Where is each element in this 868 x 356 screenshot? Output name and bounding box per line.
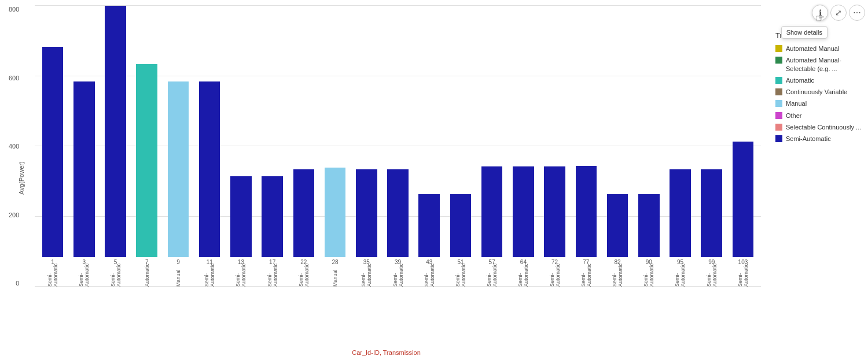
legend-item-label: Continuously Variable bbox=[786, 88, 847, 96]
legend-color-swatch bbox=[775, 112, 782, 119]
bar[interactable] bbox=[450, 194, 472, 257]
x-label-group: 3Semi-Automatic bbox=[78, 259, 90, 287]
bar-group[interactable]: 43Semi-Automatic bbox=[414, 6, 444, 287]
x-label-group: 17Semi-Automatic bbox=[267, 259, 278, 287]
x-label-type: Automatic bbox=[144, 266, 150, 287]
legend-item[interactable]: Continuously Variable bbox=[775, 88, 862, 96]
more-icon: ⋯ bbox=[853, 8, 861, 17]
bar[interactable] bbox=[136, 64, 157, 257]
x-label-group: 13Semi-Automatic bbox=[235, 259, 247, 287]
legend-item-label: Automatic bbox=[786, 76, 814, 84]
x-label-group: 7Automatic bbox=[144, 259, 150, 287]
x-label-group: 72Semi-Automatic bbox=[549, 259, 561, 287]
bar-group[interactable]: 13Semi-Automatic bbox=[226, 6, 256, 287]
x-label-type: Manual bbox=[175, 266, 181, 287]
bar[interactable] bbox=[576, 166, 597, 257]
x-label-id: 9 bbox=[176, 259, 180, 265]
legend-item[interactable]: Automatic bbox=[775, 76, 862, 84]
toolbar-icons: ℹ ☞ Show details ⤢ ⋯ bbox=[812, 5, 865, 21]
bar[interactable] bbox=[607, 194, 628, 257]
bar[interactable] bbox=[418, 194, 440, 257]
legend-item[interactable]: Manual bbox=[775, 99, 862, 107]
legend-item-label: Semi-Automatic bbox=[786, 135, 831, 143]
bar-group[interactable]: 64Semi-Automatic bbox=[508, 6, 538, 287]
bar[interactable] bbox=[638, 194, 660, 257]
x-label-type: Semi-Automatic bbox=[549, 266, 561, 287]
y-label: 600 bbox=[9, 75, 19, 81]
bar[interactable] bbox=[544, 166, 565, 257]
x-label-group: 103Semi-Automatic bbox=[737, 259, 749, 287]
bar-group[interactable]: 72Semi-Automatic bbox=[540, 6, 570, 287]
x-label-id: 28 bbox=[332, 259, 339, 265]
x-label-group: 39Semi-Automatic bbox=[392, 259, 404, 287]
bar[interactable] bbox=[325, 168, 346, 257]
bar[interactable] bbox=[230, 176, 252, 257]
legend-item-label: Automated Manual bbox=[786, 44, 839, 53]
bar-group[interactable]: 51Semi-Automatic bbox=[446, 6, 476, 287]
legend-item[interactable]: Automated Manual bbox=[775, 44, 862, 53]
bar-group[interactable]: 3Semi-Automatic bbox=[69, 6, 99, 287]
info-button[interactable]: ℹ ☞ Show details bbox=[812, 5, 828, 21]
bar-group[interactable]: 22Semi-Automatic bbox=[289, 6, 319, 287]
y-label: 800 bbox=[9, 6, 19, 13]
bar[interactable] bbox=[168, 81, 189, 257]
x-label-group: 22Semi-Automatic bbox=[298, 259, 310, 287]
bar[interactable] bbox=[356, 169, 377, 257]
bar[interactable] bbox=[73, 81, 95, 257]
bar-group[interactable]: 77Semi-Automatic bbox=[571, 6, 601, 287]
x-label-type: Semi-Automatic bbox=[580, 266, 592, 287]
bar-group[interactable]: 35Semi-Automatic bbox=[351, 6, 381, 287]
legend-item[interactable]: Automated Manual-Selectable (e.g. ... bbox=[775, 56, 862, 73]
x-label-group: 1Semi-Automatic bbox=[47, 259, 58, 287]
legend-item-label: Manual bbox=[786, 99, 807, 107]
chart-area: Avg(Power) 0200400600800 1Semi-Automatic… bbox=[0, 0, 773, 356]
bar-group[interactable]: 11Semi-Automatic bbox=[194, 6, 225, 287]
legend-item[interactable]: Other bbox=[775, 112, 862, 120]
bar-group[interactable]: 5Semi-Automatic bbox=[100, 6, 130, 287]
bars-container[interactable]: 1Semi-Automatic3Semi-Automatic5Semi-Auto… bbox=[35, 6, 761, 287]
legend-item[interactable]: Semi-Automatic bbox=[775, 135, 862, 143]
x-label-type: Semi-Automatic bbox=[204, 266, 215, 287]
bar-group[interactable]: 90Semi-Automatic bbox=[634, 6, 664, 287]
bar-group[interactable]: 39Semi-Automatic bbox=[382, 6, 413, 287]
legend-color-swatch bbox=[775, 88, 782, 95]
bar[interactable] bbox=[42, 47, 64, 258]
bar[interactable] bbox=[481, 166, 503, 257]
bar-group[interactable]: 57Semi-Automatic bbox=[477, 6, 507, 287]
x-label-group: 64Semi-Automatic bbox=[517, 259, 529, 287]
bar-group[interactable]: 9Manual bbox=[163, 6, 193, 287]
bar-group[interactable]: 7Automatic bbox=[132, 6, 162, 287]
bar[interactable] bbox=[262, 176, 283, 257]
x-label-type: Semi-Automatic bbox=[455, 266, 466, 287]
x-label-group: 11Semi-Automatic bbox=[204, 259, 215, 287]
bar[interactable] bbox=[293, 169, 315, 257]
bar-group[interactable]: 103Semi-Automatic bbox=[728, 6, 758, 287]
x-label-type: Semi-Automatic bbox=[361, 266, 372, 287]
bar-group[interactable]: 82Semi-Automatic bbox=[602, 6, 632, 287]
legend-item[interactable]: Selectable Continuously ... bbox=[775, 123, 862, 131]
bar-group[interactable]: 17Semi-Automatic bbox=[258, 6, 288, 287]
bar[interactable] bbox=[670, 169, 691, 257]
x-axis-title: Car_Id-ID, Transmission bbox=[352, 349, 421, 356]
expand-button[interactable]: ⤢ bbox=[830, 5, 847, 21]
y-label: 200 bbox=[9, 212, 19, 218]
x-label-type: Semi-Automatic bbox=[235, 266, 247, 287]
bar-group[interactable]: 99Semi-Automatic bbox=[697, 6, 727, 287]
bar[interactable] bbox=[701, 169, 722, 257]
x-label-group: 90Semi-Automatic bbox=[643, 259, 654, 287]
x-label-type: Semi-Automatic bbox=[110, 266, 122, 287]
x-label-group: 51Semi-Automatic bbox=[455, 259, 466, 287]
y-label: 0 bbox=[9, 280, 19, 287]
bar[interactable] bbox=[733, 142, 754, 257]
bar[interactable] bbox=[513, 166, 534, 257]
bar[interactable] bbox=[105, 6, 126, 257]
bar[interactable] bbox=[199, 81, 220, 257]
more-button[interactable]: ⋯ bbox=[849, 5, 865, 21]
x-label-type: Semi-Automatic bbox=[486, 266, 498, 287]
bar-group[interactable]: 95Semi-Automatic bbox=[665, 6, 695, 287]
x-label-group: 82Semi-Automatic bbox=[612, 259, 623, 287]
tooltip-bubble: Show details bbox=[781, 26, 827, 39]
bar-group[interactable]: 1Semi-Automatic bbox=[38, 6, 68, 287]
bar-group[interactable]: 28Manual bbox=[320, 6, 350, 287]
bar[interactable] bbox=[387, 169, 409, 257]
